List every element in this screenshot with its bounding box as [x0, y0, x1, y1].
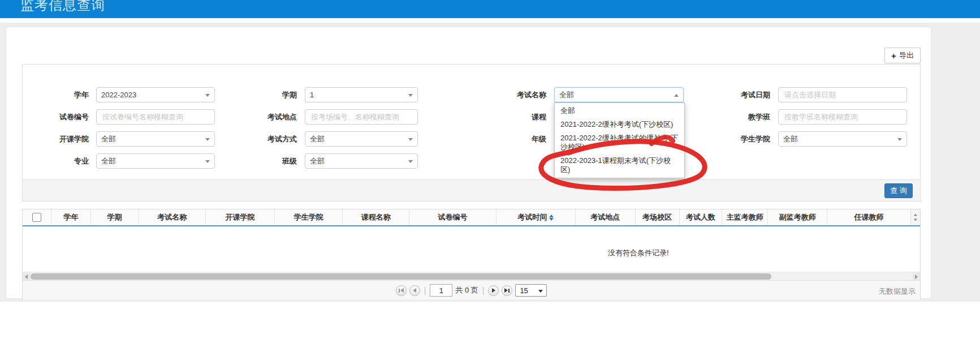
pagination: | 共 0 页 | 15 — [23, 281, 920, 300]
chevron-down-icon — [205, 138, 210, 141]
column-header-label: 考场校区 — [642, 212, 672, 222]
filter-label-exam-name: 考试名称 — [484, 87, 546, 102]
dropdown-option[interactable]: 2021-2022-2缓补考考试(下沙校区) — [555, 118, 684, 131]
select-major[interactable]: 全部 — [96, 153, 215, 169]
first-page-icon — [400, 288, 404, 293]
student-college-value: 全部 — [783, 134, 798, 144]
paper-number-field[interactable] — [101, 112, 210, 122]
vertical-scrollbar[interactable] — [910, 209, 920, 225]
exam-name-dropdown-list: 全部2021-2022-2缓补考考试(下沙校区)2021-2022-2缓补考考试… — [554, 102, 685, 178]
filter-label-exam-method: 考试方式 — [235, 131, 297, 147]
horizontal-scrollbar-thumb[interactable] — [31, 273, 771, 280]
select-class[interactable]: 全部 — [305, 153, 418, 169]
chevron-down-icon — [408, 138, 413, 141]
column-header-学生学院: 学生学院 — [274, 209, 342, 225]
scroll-down-icon[interactable] — [914, 219, 917, 221]
column-header-label: 课程名称 — [361, 212, 391, 222]
filter-label-teaching-class: 教学班 — [708, 109, 770, 125]
filter-label-paper-number: 试卷编号 — [27, 109, 89, 125]
filter-label-class: 班级 — [235, 153, 297, 169]
exam-date-field[interactable] — [783, 90, 902, 100]
column-header-考试时间[interactable]: 考试时间 — [496, 209, 575, 225]
column-header-考试地点: 考试地点 — [575, 209, 635, 225]
column-header-任课教师: 任课教师 — [827, 209, 910, 225]
exam-method-value: 全部 — [310, 134, 325, 144]
last-page-button[interactable] — [502, 285, 512, 296]
scroll-right-icon[interactable] — [913, 273, 920, 280]
export-button-label: 导出 — [899, 50, 914, 61]
chevron-down-icon — [205, 160, 210, 163]
column-header-考场校区: 考场校区 — [635, 209, 679, 225]
first-page-button[interactable] — [396, 285, 407, 296]
filter-label-student-college: 学生学院 — [708, 131, 770, 147]
column-header-label: 考试名称 — [157, 212, 187, 222]
column-header-label: 学年 — [63, 212, 78, 222]
scroll-left-icon[interactable] — [23, 273, 30, 280]
filter-label-course: 课程 — [484, 109, 546, 125]
input-paper-number[interactable] — [96, 109, 215, 125]
column-header-主监考教师: 主监考教师 — [722, 209, 767, 225]
column-header-label: 任课教师 — [854, 212, 884, 222]
major-value: 全部 — [101, 156, 116, 166]
column-header-开课学院: 开课学院 — [205, 209, 275, 225]
select-exam-name[interactable]: 全部全部2021-2022-2缓补考考试(下沙校区)2021-2022-2缓补考… — [554, 87, 684, 102]
next-page-button[interactable] — [488, 285, 499, 296]
select-offering-college[interactable]: 全部 — [96, 131, 215, 147]
column-header-label: 考试地点 — [590, 212, 620, 222]
prev-page-button[interactable] — [409, 285, 420, 296]
scroll-up-icon[interactable] — [914, 214, 917, 216]
select-all-column-header — [23, 209, 51, 225]
column-header-label: 考试人数 — [686, 212, 715, 222]
last-page-icon — [504, 288, 508, 293]
filter-label-exam-place: 考试地点 — [235, 109, 297, 125]
filter-footer: 查 询 — [23, 179, 920, 201]
column-header-考试名称: 考试名称 — [139, 209, 205, 225]
column-header-课程名称: 课程名称 — [342, 209, 409, 225]
select-student-college[interactable]: 全部 — [778, 131, 907, 147]
input-teaching-class[interactable] — [778, 109, 907, 125]
page-size-value: 15 — [520, 286, 528, 295]
filter-label-semester: 学期 — [235, 87, 297, 102]
column-header-label: 学生学院 — [294, 212, 323, 222]
pager-separator: | — [424, 286, 426, 295]
query-button[interactable]: 查 询 — [884, 183, 913, 198]
school-year-value: 2022-2023 — [101, 91, 136, 99]
chevron-down-icon — [408, 160, 413, 163]
input-exam-place[interactable] — [305, 109, 418, 125]
page-size-select[interactable]: 15 — [515, 284, 547, 297]
pagination-bar: | 共 0 页 | 15 无数据显示 — [23, 280, 920, 300]
sort-icon[interactable] — [549, 215, 554, 221]
select-school-year[interactable]: 2022-2023 — [96, 87, 215, 102]
dropdown-option[interactable]: 全部 — [555, 104, 684, 118]
teaching-class-field[interactable] — [783, 112, 902, 122]
dropdown-option[interactable]: 2022-2023-1课程期末考试(下沙校区) — [555, 154, 684, 177]
column-header-学期: 学期 — [90, 209, 139, 225]
filter-label-major: 专业 — [27, 153, 89, 169]
chevron-down-icon — [897, 138, 902, 141]
prev-page-icon — [413, 288, 416, 293]
filter-label-school-year: 学年 — [27, 87, 89, 102]
filter-label-exam-date: 考试日期 — [708, 87, 770, 102]
select-all-checkbox[interactable] — [32, 213, 41, 222]
offering-college-value: 全部 — [101, 134, 116, 144]
filter-label-offering-college: 开课学院 — [27, 131, 89, 147]
export-button[interactable]: + 导出 — [884, 48, 921, 63]
select-semester[interactable]: 1 — [305, 87, 418, 102]
input-exam-date[interactable] — [778, 87, 907, 102]
horizontal-scrollbar[interactable] — [23, 272, 920, 280]
page-number-input[interactable] — [430, 284, 452, 297]
no-data-label: 无数据显示 — [879, 286, 916, 297]
dropdown-option[interactable]: 2021-2022-2缓补考考试的缓补考(下沙校区) — [555, 131, 684, 154]
column-header-label: 学期 — [107, 212, 122, 222]
exam-place-field[interactable] — [310, 112, 413, 122]
column-header-考试人数: 考试人数 — [679, 209, 722, 225]
chevron-up-icon — [674, 94, 679, 97]
results-table: 学年学期考试名称开课学院学生学院课程名称试卷编号考试时间考试地点考场校区考试人数… — [22, 209, 921, 299]
chevron-down-icon — [205, 94, 210, 97]
select-exam-method[interactable]: 全部 — [305, 131, 418, 147]
page-title: 监考信息查询 — [20, 0, 980, 14]
table-body: 没有符合条件记录! — [23, 226, 920, 272]
next-page-icon — [492, 288, 495, 293]
plus-icon: + — [891, 52, 896, 59]
column-header-label: 副监考教师 — [779, 212, 816, 222]
